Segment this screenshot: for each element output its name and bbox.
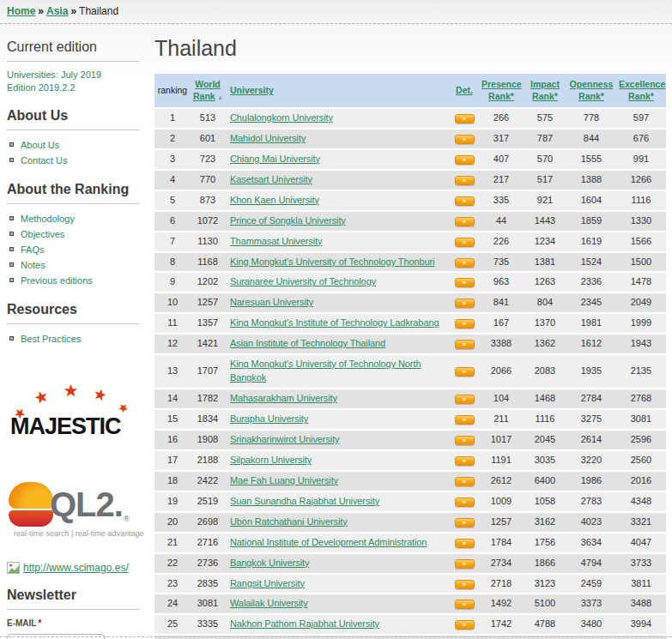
excellence-sort-link[interactable]: Excellence Rank* [619, 79, 665, 101]
university-link[interactable]: National Institute of Development Admini… [230, 537, 427, 547]
university-link[interactable]: Mahasarakham University [230, 393, 337, 403]
excellence-cell: 1943 [616, 335, 666, 353]
university-link[interactable]: King Mongkut's University of Technology … [230, 359, 421, 383]
det-cell: » [450, 109, 479, 128]
world-rank-sort-link[interactable]: World Rank [193, 79, 221, 101]
detail-badge-button[interactable]: » [455, 477, 475, 486]
university-link[interactable]: Chulalongkorn University [230, 112, 333, 123]
university-link[interactable]: Mahidol University [230, 133, 306, 143]
detail-badge-button[interactable]: » [455, 367, 475, 377]
university-sort-link[interactable]: University [230, 85, 274, 95]
university-link[interactable]: Suranaree University of Technology [230, 276, 376, 286]
impact-cell: 1362 [524, 335, 566, 353]
sidebar-item-best-practices[interactable]: Best Practices [21, 334, 81, 344]
sidebar-item-methodology[interactable]: Methodology [21, 214, 75, 224]
openness-cell: 2336 [566, 273, 616, 292]
university-cell: King Mongkut's Institute of Technology L… [225, 314, 450, 333]
detail-badge-button[interactable]: » [455, 135, 475, 144]
detail-badge-button[interactable]: » [455, 559, 475, 569]
detail-badge-button[interactable]: » [455, 497, 475, 507]
impact-cell: 1866 [524, 554, 566, 573]
university-link[interactable]: Thammasat University [230, 236, 322, 246]
resources-list: Best Practices [7, 331, 146, 347]
detail-badge-button[interactable]: » [455, 600, 475, 609]
sidebar-item-previous-editions[interactable]: Previous editions [21, 275, 93, 286]
table-row: 161908Srinakharinwirot University»101720… [154, 431, 666, 449]
det-cell: » [450, 594, 479, 613]
detail-badge-button[interactable]: » [455, 114, 475, 124]
breadcrumb-home-link[interactable]: Home [7, 5, 35, 17]
det-sort-link[interactable]: Det. [456, 85, 473, 95]
university-link[interactable]: Kasetsart University [230, 174, 312, 184]
impact-cell: 787 [524, 130, 566, 148]
sidebar-item-about-us[interactable]: About Us [21, 140, 59, 150]
detail-badge-button[interactable]: » [455, 415, 475, 425]
list-item: Contact Us [9, 153, 146, 168]
university-link[interactable]: Nakhon Pathom Rajabhat University [230, 618, 379, 629]
university-link[interactable]: Silpakorn University [230, 455, 312, 465]
ranking-cell: 25 [154, 615, 191, 634]
excellence-cell: 2135 [616, 355, 666, 388]
world-rank-cell: 1357 [191, 314, 225, 333]
university-link[interactable]: King Mongkut's Institute of Technology L… [230, 317, 439, 328]
university-link[interactable]: Rangsit University [230, 578, 305, 588]
about-ranking-list: Methodology Objectives FAQs Notes Previo… [7, 211, 146, 288]
majestic-logo[interactable]: ★ ★ ★ ★ ★ MAJESTIC [10, 376, 146, 443]
impact-sort-link[interactable]: Impact Rank* [530, 79, 560, 101]
detail-badge-button[interactable]: » [455, 176, 475, 185]
detail-badge-button[interactable]: » [455, 518, 475, 527]
detail-badge-button[interactable]: » [455, 539, 475, 548]
university-link[interactable]: Asian Institute of Technology Thailand [230, 338, 385, 348]
edition-version-text: Edition 2019.2.2 [7, 81, 146, 94]
detail-badge-button[interactable]: » [455, 196, 475, 206]
detail-badge-button[interactable]: » [455, 238, 475, 247]
detail-badge-button[interactable]: » [455, 258, 475, 268]
detail-badge-button[interactable]: » [455, 436, 475, 445]
openness-cell: 1524 [566, 253, 616, 272]
detail-badge-button[interactable]: » [455, 340, 475, 349]
table-header-row: ranking World Rank▲ University Det. Pres… [154, 74, 666, 107]
detail-badge-button[interactable]: » [455, 155, 475, 165]
square-bullet-icon [9, 158, 14, 162]
openness-sort-link[interactable]: Openness Rank* [570, 79, 614, 101]
university-cell: Mahasarakham University [225, 389, 450, 408]
excellence-cell: 3811 [616, 575, 666, 594]
detail-badge-button[interactable]: » [455, 278, 475, 287]
sidebar-item-contact-us[interactable]: Contact Us [21, 155, 67, 166]
world-rank-cell: 2188 [191, 451, 225, 470]
impact-cell: 1468 [524, 389, 566, 408]
table-row: 141782Mahasarakham University»1041468278… [154, 389, 666, 408]
university-link[interactable]: Naresuan University [230, 297, 313, 307]
university-link[interactable]: Bangkok University [230, 558, 309, 568]
detail-badge-button[interactable]: » [455, 217, 475, 226]
world-rank-cell: 1834 [191, 410, 225, 429]
scimago-link[interactable]: http://www.scimago.es/ [23, 562, 129, 574]
university-link[interactable]: Srinakharinwirot University [230, 434, 340, 444]
breadcrumb-separator: » [38, 5, 44, 17]
university-link[interactable]: Suan Sunandha Rajabhat University [230, 496, 379, 506]
detail-badge-button[interactable]: » [455, 580, 475, 589]
sidebar-item-faqs[interactable]: FAQs [21, 244, 45, 255]
detail-badge-button[interactable]: » [455, 319, 475, 329]
presence-cell: 226 [479, 232, 524, 251]
university-link[interactable]: Walailak University [230, 598, 308, 608]
university-link[interactable]: Chiang Mai University [230, 154, 320, 164]
university-link[interactable]: Prince of Songkla University [230, 215, 346, 226]
world-rank-cell: 1168 [191, 253, 225, 272]
breadcrumb: Home»Asia»Thailand [0, 0, 672, 24]
detail-badge-button[interactable]: » [455, 620, 475, 630]
university-link[interactable]: Mae Fah Luang University [230, 475, 338, 485]
sidebar-item-objectives[interactable]: Objectives [21, 229, 64, 239]
ql2-logo[interactable]: QL2. ® real-time search | real-time adva… [9, 482, 146, 538]
university-link[interactable]: Ubon Ratchathani University [230, 516, 348, 527]
university-link[interactable]: Khon Kaen University [230, 195, 319, 205]
university-link[interactable]: Burapha University [230, 413, 308, 424]
breadcrumb-asia-link[interactable]: Asia [46, 5, 68, 17]
university-link[interactable]: King Mongkut's University of Technology … [230, 256, 434, 267]
det-cell: » [450, 212, 479, 231]
detail-badge-button[interactable]: » [455, 456, 475, 466]
detail-badge-button[interactable]: » [455, 395, 475, 404]
detail-badge-button[interactable]: » [455, 298, 475, 308]
presence-sort-link[interactable]: Presence Rank* [481, 79, 522, 101]
sidebar-item-notes[interactable]: Notes [21, 260, 45, 270]
